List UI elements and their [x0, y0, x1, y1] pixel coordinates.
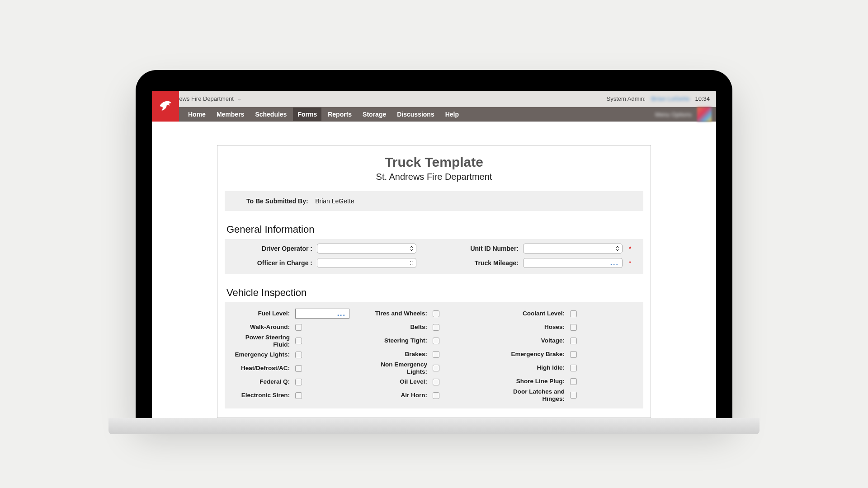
checkbox[interactable]	[433, 351, 439, 358]
required-icon: *	[629, 245, 631, 252]
inspection-row: Air Horn:	[368, 389, 500, 402]
checkbox[interactable]	[295, 324, 302, 331]
officer-in-charge-label: Officer in Charge :	[231, 259, 312, 267]
more-icon[interactable]: ...	[610, 259, 619, 267]
inspection-row: Shore Line Plug:	[506, 375, 637, 388]
inspection-label: Belts:	[368, 324, 427, 331]
inspection-row: Tires and Wheels:	[368, 307, 500, 320]
nav-row: HomeMembersSchedulesFormsReportsStorageD…	[152, 107, 716, 122]
inspection-row: Heat/Defrost/AC:	[231, 361, 362, 375]
inspection-label: Brakes:	[368, 351, 427, 358]
inspection-row: Federal Q:	[231, 375, 362, 389]
submitted-by: Brian LeGette	[315, 197, 354, 205]
monitor-frame: St. Andrews Fire Department ⌄ System Adm…	[136, 70, 732, 418]
inspection-row: Emergency Lights:	[231, 348, 362, 361]
form-card: Truck Template St. Andrews Fire Departme…	[217, 145, 651, 418]
inspection-label: Coolant Level:	[506, 310, 565, 317]
submitted-bar: To Be Submitted By: Brian LeGette	[225, 191, 643, 211]
inspection-label: High Idle:	[506, 364, 565, 371]
inspection-row: Steering Tight:	[368, 334, 500, 347]
form-subtitle: St. Andrews Fire Department	[225, 172, 643, 182]
inspection-label: Non Emergency Lights:	[368, 361, 427, 375]
inspection-label: Tires and Wheels:	[368, 310, 427, 317]
checkbox[interactable]	[570, 324, 577, 331]
inspection-row: Voltage:	[506, 334, 637, 347]
truck-mileage-input[interactable]	[523, 258, 623, 268]
required-icon: *	[629, 259, 631, 267]
inspection-row: Non Emergency Lights:	[368, 361, 500, 375]
main-nav: HomeMembersSchedulesFormsReportsStorageD…	[179, 107, 716, 122]
checkbox[interactable]	[570, 392, 577, 399]
screen: St. Andrews Fire Department ⌄ System Adm…	[152, 91, 716, 418]
content-area: Truck Template St. Andrews Fire Departme…	[152, 122, 716, 418]
checkbox[interactable]	[570, 351, 577, 358]
inspection-label: Oil Level:	[368, 378, 427, 385]
checkbox[interactable]	[433, 338, 439, 344]
user-menu-label[interactable]: Menu Options	[655, 111, 692, 118]
nav-forms[interactable]: Forms	[293, 108, 321, 121]
admin-name[interactable]: Brian LeGette	[651, 95, 689, 102]
checkbox[interactable]	[433, 365, 439, 371]
inspection-row: Fuel Level:...	[231, 307, 362, 320]
nav-storage[interactable]: Storage	[358, 108, 391, 121]
inspection-row: Door Latches and Hinges:	[506, 388, 637, 402]
inspection-label: Shore Line Plug:	[506, 378, 565, 385]
inspection-row: Coolant Level:	[506, 307, 637, 320]
checkbox[interactable]	[295, 352, 302, 358]
nav-members[interactable]: Members	[212, 108, 249, 121]
checkbox[interactable]	[295, 365, 302, 372]
nav-schedules[interactable]: Schedules	[250, 108, 291, 121]
section-title-vehicle: Vehicle Inspection	[226, 287, 643, 299]
checkbox[interactable]	[433, 310, 439, 317]
inspection-row: Oil Level:	[368, 375, 500, 389]
context-bar: St. Andrews Fire Department ⌄ System Adm…	[152, 91, 716, 107]
checkbox[interactable]	[570, 310, 577, 317]
vehicle-section: Fuel Level:...Walk-Around:Power Steering…	[225, 302, 643, 408]
nav-home[interactable]: Home	[184, 108, 210, 121]
inspection-row: Emergency Brake:	[506, 347, 637, 361]
general-section: Driver Operator : Officer in Charge : Un…	[225, 239, 643, 274]
inspection-label: Heat/Defrost/AC:	[231, 365, 290, 372]
checkbox[interactable]	[295, 379, 302, 385]
app-logo[interactable]	[152, 91, 179, 122]
checkbox[interactable]	[295, 392, 302, 399]
driver-operator-select[interactable]	[317, 244, 416, 253]
section-title-general: General Information	[226, 224, 643, 235]
checkbox[interactable]	[433, 392, 439, 399]
inspection-label: Hoses:	[506, 324, 565, 331]
checkbox[interactable]	[570, 365, 577, 371]
inspection-row: Walk-Around:	[231, 320, 362, 334]
inspection-row: Electronic Siren:	[231, 389, 362, 402]
inspection-row: Belts:	[368, 320, 500, 334]
inspection-label: Power Steering Fluid:	[231, 334, 290, 348]
unit-id-label: Unit ID Number:	[437, 245, 519, 252]
submitted-label: To Be Submitted By:	[246, 197, 308, 205]
checkbox[interactable]	[433, 379, 439, 385]
chevron-down-icon: ⌄	[237, 96, 241, 102]
more-icon[interactable]: ...	[337, 310, 346, 318]
inspection-row: Hoses:	[506, 320, 637, 334]
driver-operator-label: Driver Operator :	[231, 245, 312, 252]
inspection-label: Walk-Around:	[231, 324, 290, 331]
nav-discussions[interactable]: Discussions	[392, 108, 439, 121]
inspection-label: Air Horn:	[368, 392, 427, 399]
inspection-label: Electronic Siren:	[231, 392, 290, 399]
bird-icon	[158, 99, 173, 114]
unit-id-select[interactable]	[523, 244, 623, 253]
checkbox[interactable]	[433, 324, 439, 331]
officer-in-charge-select[interactable]	[317, 258, 416, 268]
inspection-label: Emergency Lights:	[231, 351, 290, 358]
clock: 10:34	[695, 95, 710, 102]
checkbox[interactable]	[295, 338, 302, 344]
checkbox[interactable]	[570, 338, 577, 344]
inspection-label: Fuel Level:	[231, 310, 290, 317]
inspection-row: High Idle:	[506, 361, 637, 375]
monitor-base	[108, 418, 760, 434]
truck-mileage-label: Truck Mileage:	[437, 259, 519, 267]
checkbox[interactable]	[570, 378, 577, 385]
nav-reports[interactable]: Reports	[323, 108, 356, 121]
avatar[interactable]	[697, 107, 712, 122]
nav-help[interactable]: Help	[441, 108, 463, 121]
inspection-label: Emergency Brake:	[506, 351, 565, 358]
inspection-row: Power Steering Fluid:	[231, 334, 362, 348]
